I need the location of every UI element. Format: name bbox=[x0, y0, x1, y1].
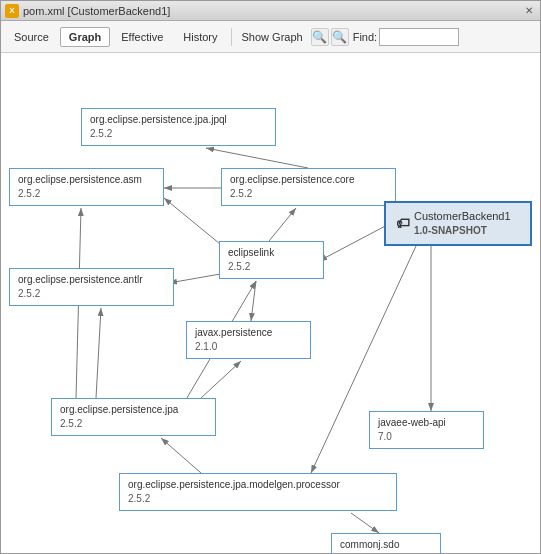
node-modelgen[interactable]: org.eclipse.persistence.jpa.modelgen.pro… bbox=[119, 473, 397, 511]
tab-effective[interactable]: Effective bbox=[112, 27, 172, 47]
node-jpa[interactable]: org.eclipse.persistence.jpa 2.5.2 bbox=[51, 398, 216, 436]
node-asm[interactable]: org.eclipse.persistence.asm 2.5.2 bbox=[9, 168, 164, 206]
main-window: X pom.xml [CustomerBackend1] ✕ Source Gr… bbox=[0, 0, 541, 554]
svg-line-14 bbox=[351, 513, 379, 533]
close-button[interactable]: ✕ bbox=[522, 4, 536, 17]
zoom-out-button[interactable]: 🔍 bbox=[331, 28, 349, 46]
node-asm-label: org.eclipse.persistence.asm bbox=[18, 173, 155, 187]
svg-line-7 bbox=[319, 223, 391, 261]
node-modelgen-version: 2.5.2 bbox=[128, 492, 388, 506]
window-title: pom.xml [CustomerBackend1] bbox=[23, 5, 522, 17]
main-node-icon: 🏷 bbox=[396, 214, 410, 234]
node-javaee-version: 7.0 bbox=[378, 430, 475, 444]
node-eclipselink[interactable]: eclipselink 2.5.2 bbox=[219, 241, 324, 279]
node-commonj[interactable]: commonj.sdo 2.1.1 bbox=[331, 533, 441, 553]
svg-line-13 bbox=[161, 438, 201, 473]
node-main[interactable]: 🏷 CustomerBackend1 1.0-SNAPSHOT bbox=[384, 201, 532, 246]
node-javax[interactable]: javax.persistence 2.1.0 bbox=[186, 321, 311, 359]
node-asm-version: 2.5.2 bbox=[18, 187, 155, 201]
node-antlr-label: org.eclipse.persistence.antlr bbox=[18, 273, 165, 287]
node-jpql[interactable]: org.eclipse.persistence.jpa.jpql 2.5.2 bbox=[81, 108, 276, 146]
node-commonj-version: 2.1.1 bbox=[340, 552, 432, 553]
node-javax-label: javax.persistence bbox=[195, 326, 302, 340]
show-graph-button[interactable]: Show Graph bbox=[236, 29, 309, 45]
tab-history[interactable]: History bbox=[174, 27, 226, 47]
svg-line-12 bbox=[96, 308, 101, 398]
node-javax-version: 2.1.0 bbox=[195, 340, 302, 354]
node-core-label: org.eclipse.persistence.core bbox=[230, 173, 387, 187]
find-input[interactable] bbox=[379, 28, 459, 46]
node-main-version: 1.0-SNAPSHOT bbox=[414, 224, 511, 238]
node-javaee[interactable]: javaee-web-api 7.0 bbox=[369, 411, 484, 449]
svg-line-6 bbox=[251, 281, 256, 321]
node-jpa-label: org.eclipse.persistence.jpa bbox=[60, 403, 207, 417]
svg-line-3 bbox=[269, 208, 296, 241]
node-jpql-label: org.eclipse.persistence.jpa.jpql bbox=[90, 113, 267, 127]
graph-area[interactable]: org.eclipse.persistence.jpa.jpql 2.5.2 o… bbox=[1, 53, 540, 553]
svg-line-10 bbox=[201, 361, 241, 398]
node-antlr[interactable]: org.eclipse.persistence.antlr 2.5.2 bbox=[9, 268, 174, 306]
separator bbox=[231, 28, 232, 46]
node-main-label: CustomerBackend1 bbox=[414, 209, 511, 224]
node-eclipselink-version: 2.5.2 bbox=[228, 260, 315, 274]
node-jpa-version: 2.5.2 bbox=[60, 417, 207, 431]
node-core[interactable]: org.eclipse.persistence.core 2.5.2 bbox=[221, 168, 396, 206]
tab-graph[interactable]: Graph bbox=[60, 27, 110, 47]
node-jpql-version: 2.5.2 bbox=[90, 127, 267, 141]
tab-source[interactable]: Source bbox=[5, 27, 58, 47]
zoom-in-button[interactable]: 🔍 bbox=[311, 28, 329, 46]
node-core-version: 2.5.2 bbox=[230, 187, 387, 201]
svg-line-5 bbox=[169, 273, 226, 283]
node-modelgen-label: org.eclipse.persistence.jpa.modelgen.pro… bbox=[128, 478, 388, 492]
node-eclipselink-label: eclipselink bbox=[228, 246, 315, 260]
toolbar: Source Graph Effective History Show Grap… bbox=[1, 21, 540, 53]
svg-line-1 bbox=[206, 148, 308, 168]
node-commonj-label: commonj.sdo bbox=[340, 538, 432, 552]
xml-icon: X bbox=[5, 4, 19, 18]
node-antlr-version: 2.5.2 bbox=[18, 287, 165, 301]
title-bar: X pom.xml [CustomerBackend1] ✕ bbox=[1, 1, 540, 21]
node-javaee-label: javaee-web-api bbox=[378, 416, 475, 430]
find-label: Find: bbox=[353, 31, 377, 43]
